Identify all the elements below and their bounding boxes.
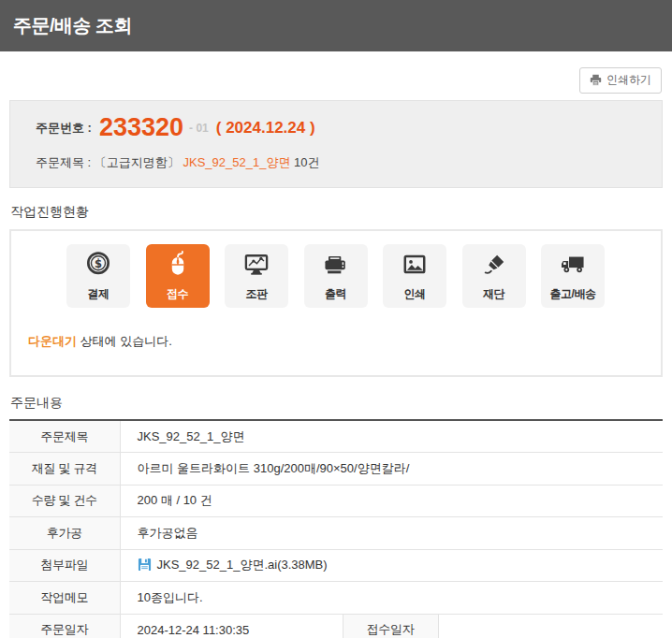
row-value: JKS_92_52_1_양면 xyxy=(120,420,663,453)
progress-step-typesetting: 조판 xyxy=(225,244,288,308)
print-button[interactable]: 인쇄하기 xyxy=(579,67,662,94)
attachment-file-link[interactable]: JKS_92_52_1_양면.ai(3.38MB) xyxy=(138,557,328,573)
row-value: 2024-12-24 11:30:35 xyxy=(120,614,343,638)
order-details-section-title: 주문내용 xyxy=(10,395,672,412)
row-value-reception-date xyxy=(438,614,663,638)
marker-icon xyxy=(479,250,509,283)
order-number-line: 주문번호 : 233320 - 01 ( 2024.12.24 ) xyxy=(36,113,645,142)
table-row: 주문제목 JKS_92_52_1_양면 xyxy=(9,420,663,453)
page-title: 주문/배송 조회 xyxy=(13,13,132,38)
toolbar: 인쇄하기 xyxy=(0,51,672,94)
truck-icon xyxy=(558,250,588,283)
row-label: 주문제목 xyxy=(9,420,120,453)
table-row: 첨부파일 JKS_92_52_1_양면.ai(3.38MB) xyxy=(9,549,663,582)
progress-section-title: 작업진행현황 xyxy=(10,204,672,221)
row-label: 재질 및 규격 xyxy=(9,453,120,486)
table-row: 주문일자 2024-12-24 11:30:35 접수일자 xyxy=(9,614,663,638)
progress-step-label: 출력 xyxy=(325,286,346,302)
row-value: JKS_92_52_1_양면.ai(3.38MB) xyxy=(120,549,663,582)
status-message: 다운대기 상태에 있습니다. xyxy=(28,333,661,350)
progress-step-shipping: 출고/배송 xyxy=(541,244,605,308)
mouse-icon xyxy=(163,250,193,283)
order-number-value: 233320 xyxy=(99,113,183,142)
progress-step-cutting: 재단 xyxy=(462,244,526,308)
row-label: 후가공 xyxy=(9,517,120,550)
row-label: 작업메모 xyxy=(9,582,120,615)
order-title-prefix: 〔고급지명함〕 xyxy=(95,155,183,169)
progress-step-label: 접수 xyxy=(167,286,188,302)
row-label: 수량 및 건수 xyxy=(9,485,120,517)
row-value: 아르미 울트라화이트 310g/200매/90×50/양면칼라/ xyxy=(120,453,663,486)
order-details-table: 주문제목 JKS_92_52_1_양면 재질 및 규격 아르미 울트라화이트 3… xyxy=(9,419,663,638)
progress-step-label: 결제 xyxy=(88,286,110,302)
monitor-chart-icon xyxy=(241,250,271,283)
progress-step-print: 인쇄 xyxy=(383,244,446,308)
floppy-disk-icon xyxy=(138,558,152,572)
progress-step-reception: 접수 xyxy=(146,244,210,308)
attachment-file-name: JKS_92_52_1_양면.ai(3.38MB) xyxy=(157,557,328,573)
table-row: 재질 및 규격 아르미 울트라화이트 310g/200매/90×50/양면칼라/ xyxy=(9,453,663,486)
row-value: 후가공없음 xyxy=(120,517,663,550)
svg-text:$: $ xyxy=(95,257,102,270)
progress-box: $ 결제 접수 xyxy=(9,229,663,377)
progress-step-output: 출력 xyxy=(304,244,368,308)
order-title-name: JKS_92_52_1_양면 xyxy=(183,155,290,169)
row-label-reception-date: 접수일자 xyxy=(343,614,438,638)
order-title-suffix: 10건 xyxy=(294,155,319,169)
order-number-label: 주문번호 : xyxy=(36,120,92,137)
table-row: 후가공 후가공없음 xyxy=(9,517,663,550)
progress-step-label: 인쇄 xyxy=(404,286,426,302)
status-text: 상태에 있습니다. xyxy=(77,334,172,348)
row-label: 첨부파일 xyxy=(9,549,120,582)
progress-step-label: 재단 xyxy=(483,286,504,302)
page-header: 주문/배송 조회 xyxy=(0,0,672,51)
print-button-label: 인쇄하기 xyxy=(606,72,651,88)
progress-step-label: 조판 xyxy=(246,286,268,302)
printer-icon xyxy=(321,250,351,283)
order-summary-box: 주문번호 : 233320 - 01 ( 2024.12.24 ) 주문제목 :… xyxy=(9,100,663,188)
row-label: 주문일자 xyxy=(9,614,120,638)
order-title-line: 주문제목 : 〔고급지명함〕 JKS_92_52_1_양면 10건 xyxy=(36,154,645,171)
order-sub-number: - 01 xyxy=(189,122,209,135)
row-value: 10종입니다. xyxy=(120,582,663,615)
printer-icon xyxy=(590,74,602,86)
order-title-label: 주문제목 : xyxy=(36,155,91,169)
status-highlight: 다운대기 xyxy=(28,334,77,348)
coin-icon: $ xyxy=(83,250,113,283)
row-value: 200 매 / 10 건 xyxy=(120,485,663,517)
progress-step-label: 출고/배송 xyxy=(550,286,596,302)
table-row: 수량 및 건수 200 매 / 10 건 xyxy=(9,485,663,517)
order-date: ( 2024.12.24 ) xyxy=(216,119,315,138)
progress-step-payment: $ 결제 xyxy=(66,244,130,308)
table-row: 작업메모 10종입니다. xyxy=(9,582,663,615)
image-icon xyxy=(400,250,430,283)
progress-steps: $ 결제 접수 xyxy=(11,244,661,308)
